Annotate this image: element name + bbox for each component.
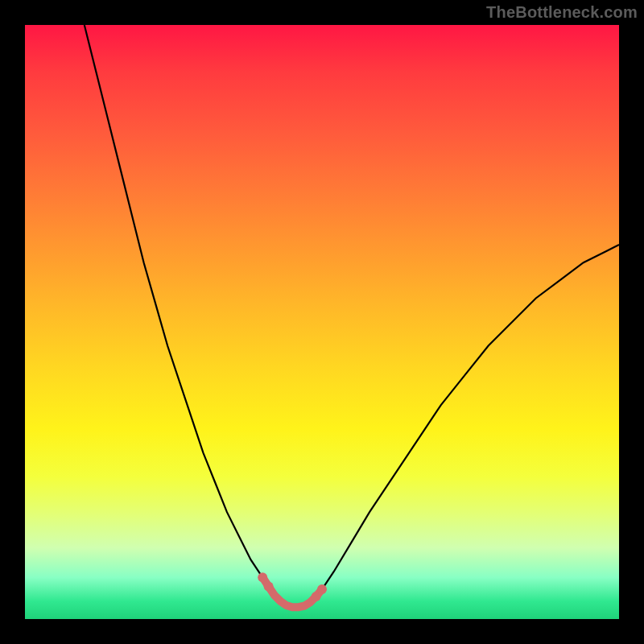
curve-layer	[25, 25, 619, 619]
bottleneck-curve	[85, 25, 619, 607]
highlight-dot	[264, 581, 274, 591]
watermark-text: TheBottleneck.com	[486, 3, 638, 22]
highlight-dot	[258, 572, 267, 582]
plot-area	[25, 25, 619, 619]
chart-frame: TheBottleneck.com	[0, 0, 644, 644]
bottleneck-curve-highlight	[262, 577, 322, 607]
bottleneck-curve-highlight-dots	[258, 572, 327, 601]
highlight-dot	[317, 584, 327, 594]
